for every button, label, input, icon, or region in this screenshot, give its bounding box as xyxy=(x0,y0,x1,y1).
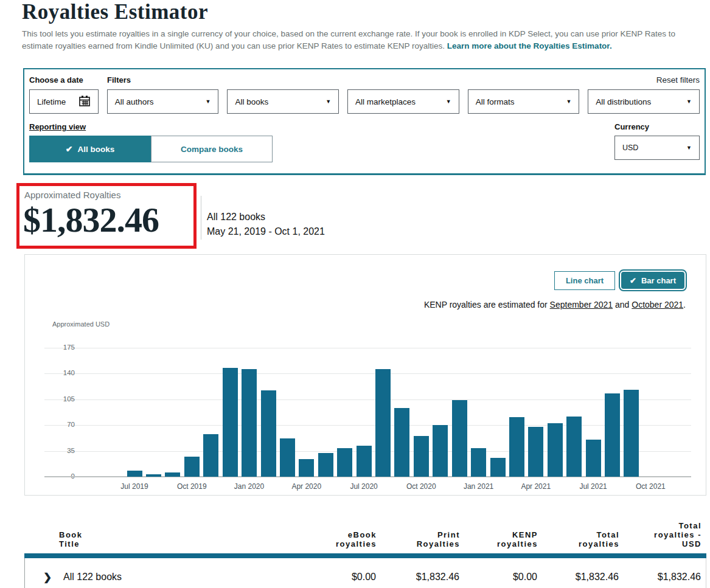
authors-filter-dropdown[interactable]: All authors ▼ xyxy=(107,89,219,114)
authors-filter-value: All authors xyxy=(115,97,154,106)
chart-bar[interactable] xyxy=(490,458,506,477)
x-tick-label: Oct 2019 xyxy=(167,482,216,491)
currency-label: Currency xyxy=(614,122,649,131)
chart-bar[interactable] xyxy=(605,393,620,477)
tab-all-books[interactable]: ✔ All books xyxy=(29,136,151,162)
chart-bar[interactable] xyxy=(203,434,218,477)
row-book-title: All 122 books xyxy=(53,572,304,583)
royalties-estimator-page: Royalties Estimator This tool lets you e… xyxy=(0,0,710,588)
learn-more-link[interactable]: Learn more about the Royalties Estimator… xyxy=(447,41,612,50)
approximated-royalties-amount: $1,832.46 xyxy=(23,199,159,240)
books-filter-value: All books xyxy=(235,97,268,106)
marketplaces-filter-dropdown[interactable]: All marketplaces ▼ xyxy=(347,89,459,114)
summary-divider xyxy=(201,196,201,240)
chart-bar[interactable] xyxy=(509,417,524,477)
tab-compare-books[interactable]: Compare books xyxy=(151,136,273,162)
table-header-row: Book Title eBook royalties Print Royalti… xyxy=(24,514,706,553)
chart-bar[interactable] xyxy=(146,474,161,477)
chart-bar[interactable] xyxy=(414,436,429,477)
choose-date-label: Choose a date xyxy=(29,75,107,85)
column-header-total-royalties-usd[interactable]: Total royalties - USD xyxy=(619,521,701,548)
chart-bar[interactable] xyxy=(318,453,333,477)
page-title: Royalties Estimator xyxy=(22,0,208,24)
chevron-down-icon: ▼ xyxy=(206,99,211,105)
x-tick-label: Oct 2020 xyxy=(397,482,445,491)
chart-bar[interactable] xyxy=(127,471,142,477)
distributions-filter-value: All distributions xyxy=(596,97,651,106)
bar-chart-plot: 03570105140175Jul 2019Oct 2019Jan 2020Ap… xyxy=(25,255,706,495)
column-header-book-title[interactable]: Book Title xyxy=(59,530,305,548)
table-row: ❯ All 122 books $0.00 $1,832.46 $0.00 $1… xyxy=(24,558,706,588)
calendar-icon xyxy=(78,95,91,109)
y-tick-label: 70 xyxy=(38,421,75,428)
column-header-print-royalties[interactable]: Print Royalties xyxy=(377,530,460,548)
y-tick-label: 35 xyxy=(38,447,75,454)
chart-container: Line chart ✔ Bar chart KENP royalties ar… xyxy=(24,254,706,496)
books-filter-dropdown[interactable]: All books ▼ xyxy=(227,89,339,114)
distributions-filter-dropdown[interactable]: All distributions ▼ xyxy=(588,89,700,114)
filters-label: Filters xyxy=(107,75,131,85)
x-tick-label: Jan 2021 xyxy=(454,482,503,491)
summary-books-count: All 122 books xyxy=(207,212,265,223)
formats-filter-value: All formats xyxy=(476,97,515,106)
chart-bar[interactable] xyxy=(357,446,372,477)
chart-bar[interactable] xyxy=(299,459,314,477)
chart-bar[interactable] xyxy=(223,368,238,477)
chevron-down-icon: ▼ xyxy=(446,99,451,105)
currency-value: USD xyxy=(622,144,638,152)
row-kenp-royalties: $0.00 xyxy=(459,572,537,583)
table-header-divider xyxy=(24,553,706,558)
filter-panel: Choose a date Filters Reset filters Life… xyxy=(23,68,706,175)
reporting-view-tabs: ✔ All books Compare books xyxy=(29,136,273,162)
chart-bar[interactable] xyxy=(242,369,257,477)
row-print-royalties: $1,832.46 xyxy=(376,572,459,583)
date-range-dropdown[interactable]: Lifetime xyxy=(29,89,99,114)
row-total-royalties: $1,832.46 xyxy=(537,572,619,583)
chart-bar[interactable] xyxy=(528,427,543,477)
reset-filters-link[interactable]: Reset filters xyxy=(656,75,700,85)
tab-all-books-label: All books xyxy=(77,145,114,154)
page-description: This tool lets you estimate royalties in… xyxy=(22,28,708,52)
x-tick-label: Jul 2019 xyxy=(110,482,159,491)
check-icon: ✔ xyxy=(66,144,73,154)
chart-bar[interactable] xyxy=(165,472,180,477)
royalties-table: Book Title eBook royalties Print Royalti… xyxy=(24,514,706,588)
column-header-ebook-royalties[interactable]: eBook royalties xyxy=(305,530,377,548)
chart-bar[interactable] xyxy=(375,369,391,477)
x-tick-label: Jul 2020 xyxy=(339,482,388,491)
formats-filter-dropdown[interactable]: All formats ▼ xyxy=(468,89,580,114)
chart-bar[interactable] xyxy=(471,448,486,477)
column-header-kenp-royalties[interactable]: KENP royalties xyxy=(460,530,538,548)
marketplaces-filter-value: All marketplaces xyxy=(355,97,416,106)
x-tick-label: Oct 2021 xyxy=(626,482,675,491)
chart-bar[interactable] xyxy=(184,457,200,477)
x-tick-label: Apr 2021 xyxy=(512,482,560,491)
date-range-value: Lifetime xyxy=(37,97,66,106)
chevron-down-icon: ▼ xyxy=(566,99,571,105)
chart-bar[interactable] xyxy=(566,417,582,477)
chart-bar[interactable] xyxy=(624,390,639,477)
chart-bar[interactable] xyxy=(548,423,563,477)
chart-bar[interactable] xyxy=(337,448,352,477)
chart-bar[interactable] xyxy=(261,390,276,477)
expand-row-icon[interactable]: ❯ xyxy=(43,571,53,584)
chart-bar[interactable] xyxy=(452,400,467,477)
chart-bar[interactable] xyxy=(394,408,409,477)
row-total-royalties-usd: $1,832.46 xyxy=(619,572,701,583)
x-tick-label: Jan 2020 xyxy=(225,482,274,491)
chart-bar[interactable] xyxy=(586,440,601,477)
tab-compare-books-label: Compare books xyxy=(181,145,243,154)
x-tick-label: Apr 2020 xyxy=(282,482,331,491)
chevron-down-icon: ▼ xyxy=(686,145,692,151)
reporting-view-label: Reporting view xyxy=(29,122,273,131)
chevron-down-icon: ▼ xyxy=(686,99,692,105)
y-tick-label: 175 xyxy=(38,344,75,351)
approximated-royalties-label: Approximated Royalties xyxy=(24,190,120,200)
chart-bar[interactable] xyxy=(280,438,295,477)
column-header-total-royalties[interactable]: Total royalties xyxy=(538,530,619,548)
currency-dropdown[interactable]: USD ▼ xyxy=(614,136,700,160)
chart-bar[interactable] xyxy=(433,425,448,477)
chevron-down-icon: ▼ xyxy=(325,99,331,105)
chart-gridline xyxy=(44,425,691,426)
summary-date-range: May 21, 2019 - Oct 1, 2021 xyxy=(207,226,325,237)
